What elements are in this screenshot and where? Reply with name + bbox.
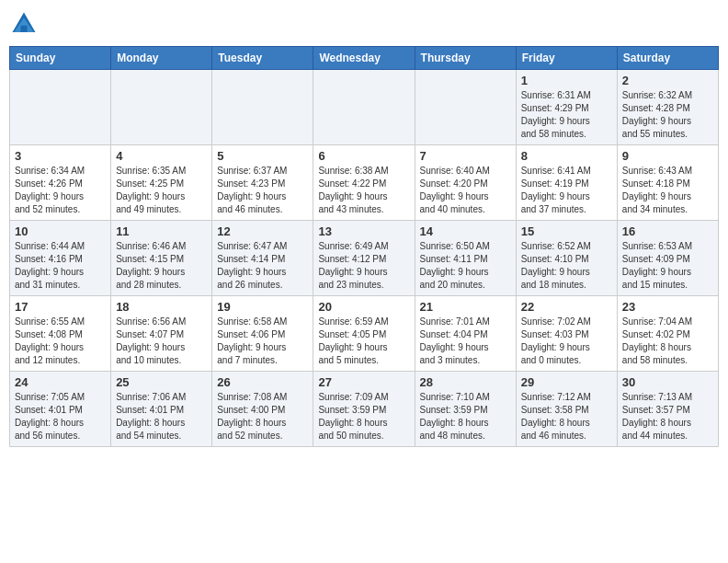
calendar-cell: 21Sunrise: 7:01 AM Sunset: 4:04 PM Dayli…: [415, 296, 516, 372]
day-number: 3: [15, 149, 106, 163]
calendar-cell: 17Sunrise: 6:55 AM Sunset: 4:08 PM Dayli…: [10, 296, 111, 372]
cell-info: Sunrise: 6:58 AM Sunset: 4:06 PM Dayligh…: [217, 316, 308, 367]
calendar-cell: 24Sunrise: 7:05 AM Sunset: 4:01 PM Dayli…: [10, 372, 111, 447]
cell-info: Sunrise: 6:40 AM Sunset: 4:20 PM Dayligh…: [420, 165, 511, 216]
calendar-cell: 29Sunrise: 7:12 AM Sunset: 3:58 PM Dayli…: [516, 372, 617, 447]
day-header: Sunday: [10, 47, 111, 70]
day-number: 4: [116, 149, 207, 163]
day-number: 7: [420, 149, 511, 163]
day-number: 12: [217, 224, 308, 238]
day-number: 20: [318, 300, 409, 314]
cell-info: Sunrise: 6:34 AM Sunset: 4:26 PM Dayligh…: [15, 165, 106, 216]
calendar-cell: 27Sunrise: 7:09 AM Sunset: 3:59 PM Dayli…: [313, 372, 415, 447]
day-header: Thursday: [415, 47, 516, 70]
logo: [9, 9, 42, 39]
cell-info: Sunrise: 7:09 AM Sunset: 3:59 PM Dayligh…: [318, 391, 409, 442]
calendar-cell: 9Sunrise: 6:43 AM Sunset: 4:18 PM Daylig…: [617, 145, 718, 221]
cell-info: Sunrise: 6:50 AM Sunset: 4:11 PM Dayligh…: [420, 240, 511, 292]
cell-info: Sunrise: 7:05 AM Sunset: 4:01 PM Dayligh…: [15, 391, 106, 442]
day-header: Saturday: [617, 47, 718, 70]
cell-info: Sunrise: 7:06 AM Sunset: 4:01 PM Dayligh…: [116, 391, 207, 442]
cell-info: Sunrise: 6:59 AM Sunset: 4:05 PM Dayligh…: [318, 316, 409, 367]
calendar-cell: 25Sunrise: 7:06 AM Sunset: 4:01 PM Dayli…: [111, 372, 212, 447]
page: SundayMondayTuesdayWednesdayThursdayFrid…: [0, 0, 728, 563]
calendar-cell: 23Sunrise: 7:04 AM Sunset: 4:02 PM Dayli…: [617, 296, 718, 372]
calendar-cell: [313, 70, 415, 145]
cell-info: Sunrise: 7:04 AM Sunset: 4:02 PM Dayligh…: [622, 316, 713, 367]
day-number: 8: [521, 149, 612, 163]
day-number: 14: [420, 224, 511, 238]
calendar-cell: 8Sunrise: 6:41 AM Sunset: 4:19 PM Daylig…: [516, 145, 617, 221]
cell-info: Sunrise: 6:44 AM Sunset: 4:16 PM Dayligh…: [15, 240, 106, 292]
logo-icon: [9, 9, 39, 39]
cell-info: Sunrise: 7:02 AM Sunset: 4:03 PM Dayligh…: [521, 316, 612, 367]
calendar-cell: 26Sunrise: 7:08 AM Sunset: 4:00 PM Dayli…: [212, 372, 313, 447]
day-number: 28: [420, 375, 511, 389]
day-number: 17: [15, 300, 106, 314]
cell-info: Sunrise: 7:08 AM Sunset: 4:00 PM Dayligh…: [217, 391, 308, 442]
day-number: 11: [116, 224, 207, 238]
day-number: 26: [217, 375, 308, 389]
svg-rect-2: [20, 26, 27, 32]
cell-info: Sunrise: 6:53 AM Sunset: 4:09 PM Dayligh…: [622, 240, 713, 292]
header: [9, 9, 719, 39]
day-number: 22: [521, 300, 612, 314]
calendar-cell: 20Sunrise: 6:59 AM Sunset: 4:05 PM Dayli…: [313, 296, 415, 372]
calendar-cell: 11Sunrise: 6:46 AM Sunset: 4:15 PM Dayli…: [111, 221, 212, 296]
day-number: 5: [217, 149, 308, 163]
week-row: 3Sunrise: 6:34 AM Sunset: 4:26 PM Daylig…: [10, 145, 719, 221]
calendar-cell: 16Sunrise: 6:53 AM Sunset: 4:09 PM Dayli…: [617, 221, 718, 296]
calendar-cell: [415, 70, 516, 145]
calendar-cell: 1Sunrise: 6:31 AM Sunset: 4:29 PM Daylig…: [516, 70, 617, 145]
cell-info: Sunrise: 6:31 AM Sunset: 4:29 PM Dayligh…: [521, 89, 612, 141]
calendar-cell: [10, 70, 111, 145]
day-number: 1: [521, 74, 612, 87]
cell-info: Sunrise: 6:41 AM Sunset: 4:19 PM Dayligh…: [521, 165, 612, 216]
calendar-cell: 22Sunrise: 7:02 AM Sunset: 4:03 PM Dayli…: [516, 296, 617, 372]
cell-info: Sunrise: 6:52 AM Sunset: 4:10 PM Dayligh…: [521, 240, 612, 292]
week-row: 24Sunrise: 7:05 AM Sunset: 4:01 PM Dayli…: [10, 372, 719, 447]
header-row: SundayMondayTuesdayWednesdayThursdayFrid…: [10, 47, 719, 70]
day-number: 24: [15, 375, 106, 389]
day-number: 21: [420, 300, 511, 314]
calendar-cell: 12Sunrise: 6:47 AM Sunset: 4:14 PM Dayli…: [212, 221, 313, 296]
day-header: Monday: [111, 47, 212, 70]
day-number: 29: [521, 375, 612, 389]
calendar-cell: 7Sunrise: 6:40 AM Sunset: 4:20 PM Daylig…: [415, 145, 516, 221]
calendar-cell: 6Sunrise: 6:38 AM Sunset: 4:22 PM Daylig…: [313, 145, 415, 221]
day-number: 25: [116, 375, 207, 389]
cell-info: Sunrise: 7:12 AM Sunset: 3:58 PM Dayligh…: [521, 391, 612, 442]
day-number: 6: [318, 149, 409, 163]
cell-info: Sunrise: 6:37 AM Sunset: 4:23 PM Dayligh…: [217, 165, 308, 216]
calendar-cell: 19Sunrise: 6:58 AM Sunset: 4:06 PM Dayli…: [212, 296, 313, 372]
cell-info: Sunrise: 6:38 AM Sunset: 4:22 PM Dayligh…: [318, 165, 409, 216]
week-row: 10Sunrise: 6:44 AM Sunset: 4:16 PM Dayli…: [10, 221, 719, 296]
cell-info: Sunrise: 6:43 AM Sunset: 4:18 PM Dayligh…: [622, 165, 713, 216]
cell-info: Sunrise: 6:46 AM Sunset: 4:15 PM Dayligh…: [116, 240, 207, 292]
day-number: 27: [318, 375, 409, 389]
calendar-cell: 10Sunrise: 6:44 AM Sunset: 4:16 PM Dayli…: [10, 221, 111, 296]
cell-info: Sunrise: 7:13 AM Sunset: 3:57 PM Dayligh…: [622, 391, 713, 442]
calendar-cell: 15Sunrise: 6:52 AM Sunset: 4:10 PM Dayli…: [516, 221, 617, 296]
calendar-table: SundayMondayTuesdayWednesdayThursdayFrid…: [9, 46, 719, 447]
calendar-cell: [212, 70, 313, 145]
day-number: 10: [15, 224, 106, 238]
calendar-cell: 4Sunrise: 6:35 AM Sunset: 4:25 PM Daylig…: [111, 145, 212, 221]
calendar-cell: 5Sunrise: 6:37 AM Sunset: 4:23 PM Daylig…: [212, 145, 313, 221]
cell-info: Sunrise: 7:01 AM Sunset: 4:04 PM Dayligh…: [420, 316, 511, 367]
day-number: 18: [116, 300, 207, 314]
day-number: 15: [521, 224, 612, 238]
cell-info: Sunrise: 7:10 AM Sunset: 3:59 PM Dayligh…: [420, 391, 511, 442]
day-number: 13: [318, 224, 409, 238]
calendar-cell: 14Sunrise: 6:50 AM Sunset: 4:11 PM Dayli…: [415, 221, 516, 296]
day-number: 30: [622, 375, 713, 389]
calendar-cell: 3Sunrise: 6:34 AM Sunset: 4:26 PM Daylig…: [10, 145, 111, 221]
day-number: 19: [217, 300, 308, 314]
cell-info: Sunrise: 6:55 AM Sunset: 4:08 PM Dayligh…: [15, 316, 106, 367]
cell-info: Sunrise: 6:47 AM Sunset: 4:14 PM Dayligh…: [217, 240, 308, 292]
day-header: Friday: [516, 47, 617, 70]
calendar-cell: 18Sunrise: 6:56 AM Sunset: 4:07 PM Dayli…: [111, 296, 212, 372]
cell-info: Sunrise: 6:35 AM Sunset: 4:25 PM Dayligh…: [116, 165, 207, 216]
calendar-cell: [111, 70, 212, 145]
cell-info: Sunrise: 6:49 AM Sunset: 4:12 PM Dayligh…: [318, 240, 409, 292]
